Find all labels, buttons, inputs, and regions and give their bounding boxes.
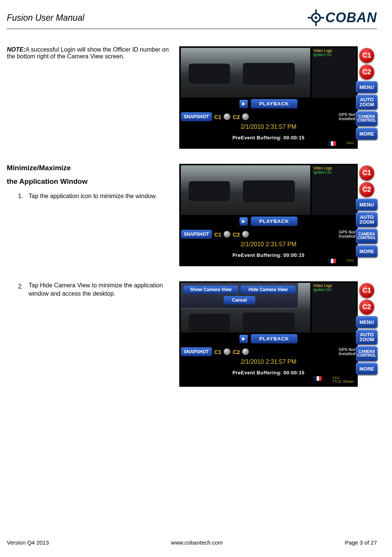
camera-feed — [181, 48, 310, 98]
status-video-logs: Video Logs — [313, 284, 355, 288]
step-1-number: 1. — [18, 191, 29, 201]
svg-rect-3 — [315, 22, 317, 26]
page-footer: Version Q4 2013 www.cobantech.com Page 3… — [7, 536, 377, 546]
camera-view-screenshot-3: Video Logs Ignition On Show Camera View … — [179, 281, 358, 387]
more-button[interactable]: MORE — [356, 128, 378, 140]
svg-rect-4 — [308, 17, 311, 18]
play-icon[interactable] — [239, 100, 248, 108]
playback-button[interactable]: PLAYBACK — [251, 217, 297, 226]
camera2-indicator[interactable] — [242, 231, 249, 238]
status-panel: Video Logs Ignition On — [312, 283, 356, 333]
svg-rect-5 — [320, 17, 324, 18]
play-icon[interactable] — [239, 217, 248, 226]
timestamp: 2/1/2010 2:31:57 PM — [181, 359, 356, 365]
camera2-indicator[interactable] — [242, 113, 249, 120]
camera-feed — [181, 165, 310, 215]
snapshot-button[interactable]: SNAPSHOT — [181, 347, 212, 356]
section-heading-line2: the Application Window — [7, 177, 172, 186]
status-panel: Video Logs Ignition On — [312, 165, 356, 215]
footer-version: Version Q4 2013 — [7, 539, 49, 546]
status-panel: Video Logs Ignition On — [312, 48, 356, 98]
footer-page: Page 3 of 27 — [345, 539, 377, 546]
cancel-button[interactable]: Cancel — [224, 296, 255, 304]
note-label: NOTE: — [7, 46, 26, 53]
ttcs-value: TTCS: 262sec — [332, 380, 354, 384]
step-2-text: Tap Hide Camera View to minimize the app… — [29, 281, 172, 298]
more-button[interactable]: MORE — [356, 363, 378, 375]
camera1-label: C1 — [214, 114, 221, 120]
officer-id: 1111 — [346, 141, 354, 146]
camera1-label: C1 — [214, 349, 221, 355]
camera-control-button[interactable]: CAMERA CONTROL — [356, 346, 378, 361]
camera2-label: C2 — [233, 349, 240, 355]
flag-icon — [314, 376, 322, 381]
c1-button[interactable]: C1 — [359, 48, 374, 63]
manual-title: Fusion User Manual — [7, 13, 84, 23]
gps-status: GPS Not Installed — [339, 113, 355, 121]
autozoom-button[interactable]: AUTO ZOOM — [356, 95, 378, 110]
step-2-number: 2. — [18, 281, 29, 298]
timestamp: 2/1/2010 2:31:57 PM — [181, 241, 356, 248]
svg-point-1 — [315, 17, 317, 19]
status-video-logs: Video Logs — [313, 49, 355, 53]
page-header: Fusion User Manual COBAN — [7, 8, 377, 29]
officer-id: 1111 — [346, 259, 354, 263]
snapshot-button[interactable]: SNAPSHOT — [181, 112, 212, 121]
c2-button[interactable]: C2 — [359, 182, 374, 197]
playback-button[interactable]: PLAYBACK — [251, 334, 297, 343]
note-text: A successful Login will show the Officer… — [7, 46, 169, 60]
step-1-text: Tap the application icon to minimize the… — [29, 191, 172, 201]
menu-button[interactable]: MENU — [356, 198, 378, 211]
logo-icon — [307, 8, 325, 27]
hide-show-dialog: Show Camera View Hide Camera View Cancel — [181, 283, 298, 308]
menu-button[interactable]: MENU — [356, 316, 378, 328]
timestamp: 2/1/2010 2:31:57 PM — [181, 124, 356, 130]
svg-rect-2 — [315, 9, 317, 13]
status-ignition: Ignition On — [313, 170, 355, 174]
camera1-indicator[interactable] — [224, 231, 230, 238]
camera2-indicator[interactable] — [242, 348, 249, 355]
gps-status: GPS Not Installed — [339, 230, 355, 238]
gps-status: GPS Not Installed — [339, 348, 355, 356]
camera2-label: C2 — [233, 231, 240, 238]
camera-control-button[interactable]: CAMERA CONTROL — [356, 111, 378, 126]
camera-view-screenshot-2: Video Logs Ignition On PLAYBACK SNAPSHOT… — [179, 164, 358, 266]
preevent-buffer: PreEvent Buffering: 00:00:15 — [181, 135, 356, 140]
flag-icon — [328, 259, 336, 263]
camera1-label: C1 — [214, 231, 221, 238]
status-ignition: Ignition On — [313, 53, 355, 57]
camera1-indicator[interactable] — [224, 113, 230, 120]
c1-button[interactable]: C1 — [359, 165, 374, 180]
footer-url: www.cobantech.com — [171, 539, 223, 546]
c2-button[interactable]: C2 — [359, 299, 374, 314]
section-heading-line1: Minimize/Maximize — [7, 164, 172, 172]
show-camera-view-button[interactable]: Show Camera View — [183, 285, 238, 294]
hide-camera-view-button[interactable]: Hide Camera View — [241, 285, 296, 294]
autozoom-button[interactable]: AUTO ZOOM — [356, 212, 378, 227]
more-button[interactable]: MORE — [356, 245, 378, 257]
c1-button[interactable]: C1 — [359, 283, 374, 298]
menu-button[interactable]: MENU — [356, 81, 378, 93]
autozoom-button[interactable]: AUTO ZOOM — [356, 330, 378, 345]
preevent-buffer: PreEvent Buffering: 00:00:15 — [181, 252, 356, 258]
status-ignition: Ignition On — [313, 288, 355, 292]
play-icon[interactable] — [239, 335, 248, 343]
playback-button[interactable]: PLAYBACK — [251, 99, 297, 108]
camera2-label: C2 — [233, 114, 240, 120]
snapshot-button[interactable]: SNAPSHOT — [181, 230, 212, 239]
status-video-logs: Video Logs — [313, 166, 355, 170]
brand-logo: COBAN — [307, 8, 377, 27]
camera-control-button[interactable]: CAMERA CONTROL — [356, 229, 378, 244]
c2-button[interactable]: C2 — [359, 64, 374, 79]
camera-view-screenshot-1: Video Logs Ignition On PLAYBACK SNAPSHOT… — [179, 46, 358, 149]
preevent-buffer: PreEvent Buffering: 00:00:15 — [181, 370, 356, 375]
flag-icon — [328, 141, 336, 146]
camera1-indicator[interactable] — [224, 348, 230, 355]
brand-name: COBAN — [325, 10, 377, 26]
